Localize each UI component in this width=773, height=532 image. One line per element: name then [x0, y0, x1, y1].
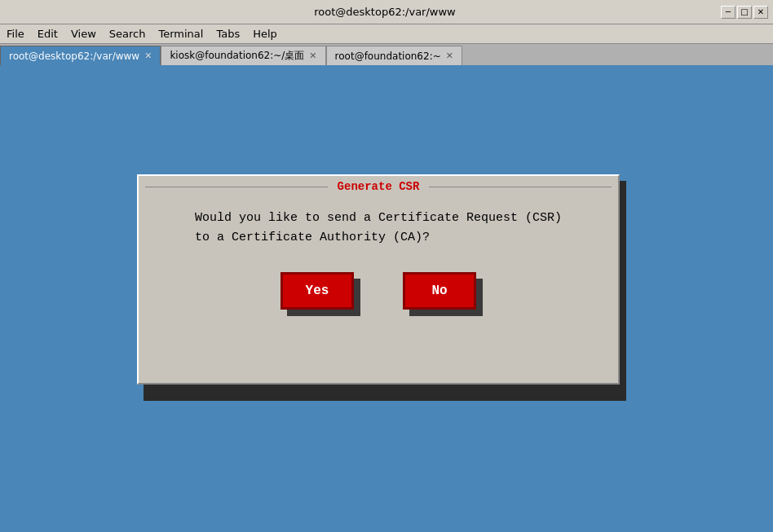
title-line-right: [429, 187, 612, 187]
minimize-button[interactable]: ─: [721, 6, 735, 19]
dialog-message: Would you like to send a Certificate Req…: [195, 209, 562, 248]
generate-csr-dialog: Generate CSR Would you like to send a Ce…: [137, 174, 620, 385]
tab-2[interactable]: root@foundation62:~ ✕: [326, 46, 462, 65]
tab-0-close[interactable]: ✕: [144, 51, 152, 61]
tab-2-close[interactable]: ✕: [446, 51, 453, 61]
menu-file[interactable]: File: [0, 26, 31, 42]
title-line-left: [145, 187, 328, 187]
dialog-message-line1: Would you like to send a Certificate Req…: [195, 209, 562, 228]
dialog-title-bar: Generate CSR: [139, 175, 618, 198]
dialog-title: Generate CSR: [334, 180, 423, 193]
tab-0-label: root@desktop62:/var/www: [9, 51, 139, 62]
menu-bar: File Edit View Search Terminal Tabs Help: [0, 24, 773, 44]
menu-tabs[interactable]: Tabs: [210, 26, 246, 42]
close-button[interactable]: ✕: [753, 6, 768, 19]
tab-0[interactable]: root@desktop62:/var/www ✕: [0, 46, 161, 65]
title-bar: root@desktop62:/var/www ─ □ ✕: [0, 0, 773, 24]
window-title: root@desktop62:/var/www: [49, 6, 721, 18]
yes-button[interactable]: Yes: [280, 272, 354, 310]
dialog-message-line2: to a Certificate Authority (CA)?: [195, 228, 562, 248]
window-controls: ─ □ ✕: [721, 6, 773, 19]
dialog-body: Would you like to send a Certificate Req…: [139, 209, 618, 310]
menu-help[interactable]: Help: [246, 26, 284, 42]
menu-edit[interactable]: Edit: [31, 26, 64, 42]
tab-1-label: kiosk@foundation62:~/桌面: [170, 49, 304, 63]
menu-terminal[interactable]: Terminal: [152, 26, 210, 42]
tab-1-close[interactable]: ✕: [309, 51, 316, 61]
no-button[interactable]: No: [403, 272, 476, 310]
terminal-area: Generate CSR Would you like to send a Ce…: [0, 65, 773, 532]
tab-2-label: root@foundation62:~: [335, 51, 441, 62]
tab-1[interactable]: kiosk@foundation62:~/桌面 ✕: [161, 46, 325, 65]
tab-bar: root@desktop62:/var/www ✕ kiosk@foundati…: [0, 44, 773, 65]
menu-search[interactable]: Search: [103, 26, 152, 42]
yes-button-wrap: Yes: [280, 272, 354, 310]
menu-view[interactable]: View: [64, 26, 103, 42]
dialog-buttons: Yes No: [280, 272, 476, 310]
maximize-button[interactable]: □: [737, 6, 752, 19]
no-button-wrap: No: [403, 272, 476, 310]
